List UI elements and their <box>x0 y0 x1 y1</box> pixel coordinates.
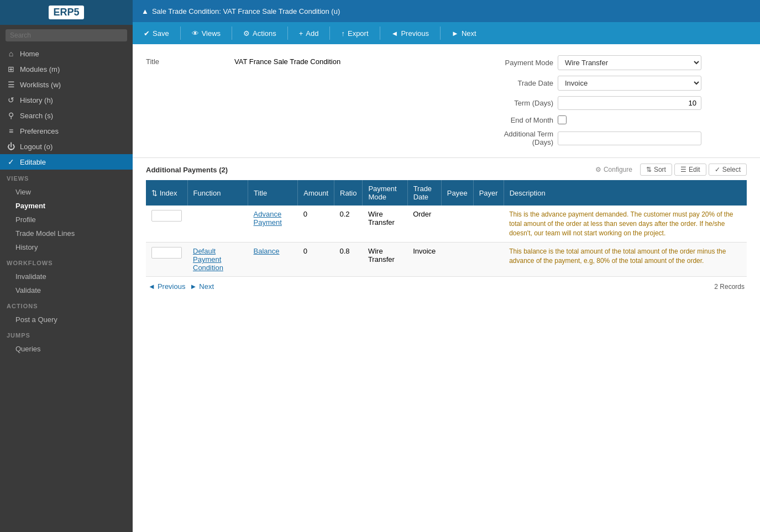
add-label: Add <box>306 29 318 38</box>
actions-button[interactable]: ⚙ Actions <box>237 27 283 40</box>
additional-term-input[interactable] <box>558 131 701 145</box>
configure-button[interactable]: ⚙ Configure <box>590 164 638 176</box>
sidebar-item-worklists[interactable]: ☰Worklists (w) <box>0 77 133 92</box>
toolbar-sep-4 <box>329 27 330 40</box>
sidebar-item-validate[interactable]: Validate <box>0 283 133 297</box>
table-header: ⇅ Index Function Title Amount Ratio Paym… <box>146 180 747 206</box>
toolbar: ✔ Save 👁 Views ⚙ Actions + Add ↑ Export … <box>133 22 760 44</box>
cell-payer-0 <box>473 206 504 243</box>
export-button[interactable]: ↑ Export <box>334 27 375 40</box>
sidebar-item-profile[interactable]: Profile <box>0 213 133 227</box>
sidebar-item-post-query[interactable]: Post a Query <box>0 313 133 326</box>
form-area: Title VAT France Sale Trade Condition Pa… <box>133 44 760 158</box>
col-index: ⇅ Index <box>146 180 187 206</box>
select-icon: ✓ <box>715 166 720 173</box>
sidebar-item-history-sub[interactable]: History <box>0 240 133 254</box>
col-title: Title <box>248 180 298 206</box>
section-actions: ⚙ Configure ⇅ Sort ☰ Edit ✓ Select <box>590 164 747 176</box>
worklists-label: Worklists (w) <box>20 81 61 89</box>
term-days-input[interactable] <box>558 96 701 110</box>
modules-icon: ⊞ <box>7 65 15 73</box>
col-payer: Payer <box>473 180 504 206</box>
previous-button[interactable]: ◄ Previous <box>385 27 436 40</box>
table-body: Advance Payment 0 0.2 Wire Transfer Orde… <box>146 206 747 277</box>
preferences-label: Preferences <box>20 127 59 135</box>
description-text-1: This balance is the total amount of the … <box>509 247 726 265</box>
section-label-actions: ACTIONS <box>0 299 133 313</box>
add-icon: + <box>299 29 303 38</box>
modules-label: Modules (m) <box>20 65 60 73</box>
toolbar-sep-3 <box>287 27 288 40</box>
previous-icon: ◄ <box>391 29 399 38</box>
trade-date-select[interactable]: Invoice Order Delivery <box>558 76 701 91</box>
cell-ratio-0: 0.2 <box>334 206 363 243</box>
cell-amount-1: 0 <box>298 243 334 277</box>
sidebar-item-invalidate[interactable]: Invalidate <box>0 270 133 283</box>
section-header: Additional Payments (2) ⚙ Configure ⇅ So… <box>146 164 747 176</box>
sidebar-item-history[interactable]: ↺History (h) <box>0 92 133 108</box>
sidebar-item-trade-model-lines[interactable]: Trade Model Lines <box>0 227 133 240</box>
sidebar-item-queries[interactable]: Queries <box>0 342 133 356</box>
add-button[interactable]: + Add <box>292 27 326 40</box>
section-title-text: Additional Payments <box>146 166 217 174</box>
form-left: Title VAT France Sale Trade Condition <box>146 55 459 152</box>
payments-table: ⇅ Index Function Title Amount Ratio Paym… <box>146 180 747 277</box>
configure-label: Configure <box>604 166 632 173</box>
title-link-1[interactable]: Balance <box>254 247 280 255</box>
sidebar-item-logout[interactable]: ⏻Logout (o) <box>0 139 133 154</box>
toolbar-sep-5 <box>380 27 380 40</box>
editable-label: Editable <box>20 158 46 166</box>
logout-icon: ⏻ <box>7 142 15 151</box>
next-button[interactable]: ► Next <box>445 27 483 40</box>
actions-label: Actions <box>253 29 276 38</box>
sidebar-item-payment[interactable]: Payment <box>0 199 133 213</box>
sort-button[interactable]: ⇅ Sort <box>640 164 672 176</box>
cell-function-0 <box>187 206 248 243</box>
sidebar-item-preferences[interactable]: ≡Preferences <box>0 123 133 139</box>
function-link-1[interactable]: Default Payment Condition <box>193 247 223 272</box>
select-button[interactable]: ✓ Select <box>709 164 747 176</box>
cell-description-1: This balance is the total amount of the … <box>504 243 747 277</box>
records-count: 2 Records <box>714 283 745 291</box>
sidebar-item-view[interactable]: View <box>0 185 133 199</box>
sort-label: Sort <box>654 166 666 173</box>
index-input-0[interactable] <box>151 210 182 222</box>
toolbar-sep-1 <box>180 27 181 40</box>
sidebar-item-home[interactable]: ⌂Home <box>0 46 133 61</box>
cell-title-0: Advance Payment <box>248 206 298 243</box>
views-label: Views <box>202 29 221 38</box>
sidebar-item-editable[interactable]: ✓Editable <box>0 154 133 170</box>
prev-page-button[interactable]: ◄ Previous <box>148 282 185 291</box>
title-link-0[interactable]: Advance Payment <box>254 210 282 227</box>
payment-mode-select[interactable]: Wire Transfer Check Cash <box>558 55 701 70</box>
export-icon: ↑ <box>341 29 345 38</box>
search-input[interactable] <box>6 29 127 41</box>
term-days-row: Term (Days) <box>481 96 747 110</box>
save-label: Save <box>153 29 169 38</box>
views-button[interactable]: 👁 Views <box>185 27 227 40</box>
toolbar-sep-2 <box>232 27 232 40</box>
additional-payments-section: Additional Payments (2) ⚙ Configure ⇅ So… <box>133 158 760 532</box>
index-input-1[interactable] <box>151 247 182 259</box>
next-page-button[interactable]: ► Next <box>190 282 214 291</box>
end-of-month-checkbox[interactable] <box>558 115 567 124</box>
edit-button[interactable]: ☰ Edit <box>674 164 706 176</box>
prev-page-label: Previous <box>158 282 186 291</box>
col-amount: Amount <box>298 180 334 206</box>
history-icon: ↺ <box>7 96 15 104</box>
editable-icon: ✓ <box>7 157 15 166</box>
col-description: Description <box>504 180 747 206</box>
search-icon: ⚲ <box>7 111 15 120</box>
col-payee: Payee <box>441 180 473 206</box>
trade-date-row: Trade Date Invoice Order Delivery <box>481 76 747 91</box>
term-days-label: Term (Days) <box>481 99 553 107</box>
sidebar-item-modules[interactable]: ⊞Modules (m) <box>0 61 133 77</box>
edit-label: Edit <box>689 166 700 173</box>
cell-function-1: Default Payment Condition <box>187 243 248 277</box>
sidebar-item-search[interactable]: ⚲Search (s) <box>0 108 133 123</box>
sidebar-sections: VIEWSViewPaymentProfileTrade Model Lines… <box>0 170 133 356</box>
description-text-0: This is the advance payment demanded. Th… <box>509 210 733 237</box>
save-button[interactable]: ✔ Save <box>137 27 176 40</box>
col-trade-date: TradeDate <box>407 180 441 206</box>
main-content: ▲ Sale Trade Condition: VAT France Sale … <box>133 0 760 532</box>
